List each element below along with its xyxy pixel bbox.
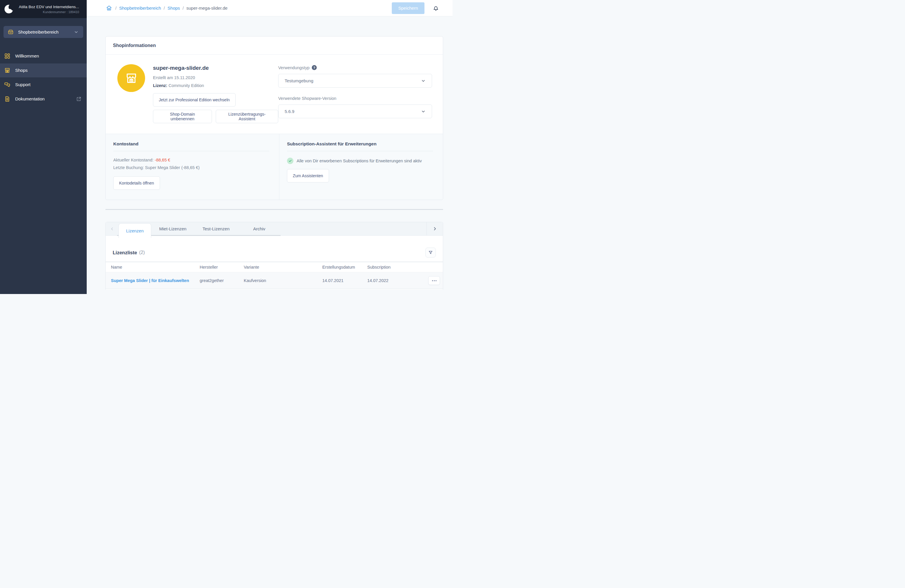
license-list-count: (2) [139, 250, 145, 255]
column-subscription: Subscription [367, 265, 426, 270]
upgrade-edition-button[interactable]: Jetzt zur Professional Edition wechseln [153, 93, 236, 106]
current-balance-value: -88,65 € [155, 158, 170, 162]
last-booking-line: Letzte Buchung: Super Mega Slider (-88,6… [113, 165, 269, 170]
shop-settings: Verwendungstyp ? Testumgebung Verwendete… [278, 64, 432, 123]
home-icon[interactable] [106, 5, 112, 11]
sidebar-menu: Willkommen Shops Support [0, 49, 87, 106]
breadcrumb-separator: / [164, 6, 165, 11]
column-erstellungsdatum: Erstellungsdatum [322, 265, 367, 270]
license-value: Community Edition [168, 83, 204, 88]
sidebar-item-label: Dokumentation [15, 96, 44, 101]
external-link-icon [76, 96, 81, 102]
tab-lizenzen[interactable]: Lizenzen [119, 223, 151, 238]
section-divider [105, 209, 443, 210]
current-balance-label: Aktueller Kontostand: [113, 158, 154, 162]
storefront-icon [125, 72, 138, 85]
usage-type-value: Testumgebung [285, 78, 313, 83]
shop-license: Lizenz: Community Edition [153, 83, 278, 88]
customer-number: Kundennummer : 189410 [19, 10, 79, 14]
tabs-scroll-right-button[interactable] [427, 222, 443, 235]
help-icon[interactable]: ? [312, 65, 317, 70]
storefront-icon [4, 67, 11, 73]
license-subscription: 14.07.2022 [367, 278, 426, 283]
shopware-version-label: Verwendete Shopware-Version [278, 96, 432, 101]
sidebar-item-willkommen[interactable]: Willkommen [0, 49, 87, 63]
chevron-down-icon [421, 109, 426, 114]
usage-type-select[interactable]: Testumgebung [278, 74, 432, 87]
sidebar-item-support[interactable]: Support [0, 77, 87, 92]
sidebar-item-label: Willkommen [15, 53, 39, 59]
chevron-right-icon [433, 227, 437, 231]
shop-avatar [117, 64, 145, 92]
save-button[interactable]: Speichern [392, 2, 424, 14]
document-icon [4, 96, 11, 102]
sidebar-item-label: Shops [15, 68, 28, 73]
subscription-assistant-title: Subscription-Assistent für Erweiterungen [287, 141, 433, 151]
shopware-logo-icon [4, 4, 14, 14]
shop-meta: super-mega-slider.de Erstellt am 15.11.2… [153, 64, 278, 123]
account-balance-title: Kontostand [113, 141, 269, 151]
shop-information-header: Shopinformationen [106, 37, 443, 55]
subscription-status-text: Alle von Dir erworbenen Subscriptions fü… [297, 159, 422, 163]
shop-domain-title: super-mega-slider.de [153, 65, 278, 71]
license-name-link[interactable]: Super Mega Slider | für Einkaufswelten [111, 278, 200, 283]
license-hersteller: great2gether [200, 278, 244, 283]
breadcrumb-current: super-mega-slider.de [187, 6, 228, 11]
shop-information-card: Shopinformationen super-mega-slider.de [105, 36, 443, 200]
success-check-icon [287, 158, 294, 164]
subscription-status-row: Alle von Dir erworbenen Subscriptions fü… [287, 158, 433, 164]
column-hersteller: Hersteller [200, 265, 244, 270]
breadcrumb-link-shopbetreiberbereich[interactable]: Shopbetreiberbereich [119, 6, 161, 11]
filter-button[interactable] [426, 248, 436, 257]
main-area: / Shopbetreiberbereich / Shops / super-m… [87, 0, 452, 294]
notifications-bell-icon[interactable] [432, 5, 439, 12]
subscription-assistant-section: Subscription-Assistent für Erweiterungen… [279, 134, 443, 200]
shop-summary: super-mega-slider.de Erstellt am 15.11.2… [117, 64, 278, 123]
shop-information-footer: Kontostand Aktueller Kontostand: -88,65 … [106, 134, 443, 200]
area-switcher[interactable]: Shopbetreiberbereich [3, 26, 83, 38]
account-details-button[interactable]: Kontodetails öffnen [113, 176, 160, 190]
sidebar-item-dokumentation[interactable]: Dokumentation [0, 92, 87, 106]
usage-type-label-row: Verwendungstyp ? [278, 65, 432, 70]
topbar: / Shopbetreiberbereich / Shops / super-m… [87, 0, 452, 16]
rename-domain-button[interactable]: Shop-Domain umbenennen [153, 110, 212, 123]
licenses-card: Lizenzen Miet-Lizenzen Test-Lizenzen Arc… [105, 222, 443, 289]
license-transfer-button[interactable]: Lizenzübertragungs-Assistent [216, 110, 278, 123]
row-context-menu-button[interactable] [428, 276, 440, 285]
account-balance-section: Kontostand Aktueller Kontostand: -88,65 … [106, 134, 279, 200]
shopware-version-value: 5.6.9 [285, 109, 294, 114]
shop-action-buttons: Jetzt zur Professional Edition wechseln … [153, 93, 278, 123]
tabs-scroll-left-button[interactable] [106, 222, 119, 235]
basket-icon [8, 29, 14, 35]
chat-bubbles-icon [4, 81, 11, 88]
account-name: Atilla Boz EDV und Internetdiens... [19, 5, 79, 9]
chevron-down-icon [421, 78, 426, 83]
license-label: Lizenz: [153, 83, 167, 88]
tab-test-lizenzen[interactable]: Test-Lizenzen [194, 222, 238, 235]
shop-created-date: Erstellt am 15.11.2020 [153, 75, 278, 80]
column-name: Name [111, 265, 200, 270]
funnel-icon [428, 250, 433, 255]
breadcrumb-separator: / [115, 6, 116, 11]
table-row: Super Mega Slider | für Einkaufswelten g… [106, 272, 443, 289]
license-list-title: Lizenzliste [113, 250, 137, 256]
license-variante: Kaufversion [244, 278, 322, 283]
sidebar-item-shops[interactable]: Shops [0, 63, 87, 77]
column-variante: Variante [244, 265, 322, 270]
tab-miet-lizenzen[interactable]: Miet-Lizenzen [151, 222, 194, 235]
license-tabbar: Lizenzen Miet-Lizenzen Test-Lizenzen Arc… [106, 222, 443, 235]
license-erstellungsdatum: 14.07.2021 [322, 278, 367, 283]
shopware-version-select[interactable]: 5.6.9 [278, 105, 432, 118]
sidebar-item-label: Support [15, 82, 31, 87]
to-assistant-button[interactable]: Zum Assistenten [287, 169, 329, 183]
breadcrumb-link-shops[interactable]: Shops [168, 6, 180, 11]
usage-type-label: Verwendungstyp [278, 65, 310, 70]
sidebar: Atilla Boz EDV und Internetdiens... Kund… [0, 0, 87, 294]
chevron-down-icon [74, 30, 79, 35]
shop-information-body: super-mega-slider.de Erstellt am 15.11.2… [106, 55, 443, 134]
breadcrumb-separator: / [183, 6, 184, 11]
tab-archiv[interactable]: Archiv [238, 222, 281, 235]
license-table-header: Name Hersteller Variante Erstellungsdatu… [106, 262, 443, 272]
license-list-header: Lizenzliste (2) [106, 235, 443, 262]
dashboard-grid-icon [4, 53, 11, 59]
